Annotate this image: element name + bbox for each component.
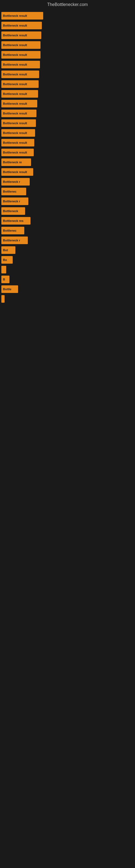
bar-row: Bottleneck result (1, 22, 135, 29)
bar-label-11: Bottleneck result (3, 122, 27, 125)
bar-label-21: Bottleneck res (3, 219, 24, 222)
bar-label-23: Bottleneck r (3, 239, 20, 242)
bar-14: Bottleneck result (1, 149, 34, 156)
bar-25: Bo (1, 256, 13, 264)
bar-28: Bottle (1, 285, 18, 293)
bar-label-20: Bottleneck (3, 209, 18, 213)
bar-label-16: Bottleneck result (3, 170, 27, 174)
bar-7: Bottleneck result (1, 80, 39, 88)
bar-4: Bottleneck result (1, 51, 41, 59)
bar-label-7: Bottleneck result (3, 83, 27, 86)
bar-label-1: Bottleneck result (3, 24, 27, 27)
bar-label-12: Bottleneck result (3, 131, 27, 134)
bar-label-8: Bottleneck result (3, 92, 27, 95)
bar-label-5: Bottleneck result (3, 63, 27, 66)
bar-5: Bottleneck result (1, 61, 40, 68)
bar-row: Bottleneck result (1, 61, 135, 68)
bar-row: Bottleneck result (1, 70, 135, 78)
bar-row: Bottleneck r (1, 178, 135, 186)
bar-label-2: Bottleneck result (3, 34, 27, 37)
bar-22: Bottlenec (1, 227, 24, 235)
bar-1: Bottleneck result (1, 22, 42, 29)
bars-container: Bottleneck resultBottleneck resultBottle… (0, 9, 135, 308)
bar-10: Bottleneck result (1, 110, 37, 117)
bar-row: Bottleneck result (1, 41, 135, 49)
bar-24: Bot (1, 246, 15, 254)
bar-row: Bot (1, 246, 135, 254)
bar-row: Bottlenec (1, 227, 135, 235)
bar-row: B (1, 276, 135, 283)
bar-11: Bottleneck result (1, 119, 36, 127)
bar-label-9: Bottleneck result (3, 102, 27, 105)
bar-18: Bottlenec (1, 188, 26, 195)
bar-label-15: Bottleneck re (3, 161, 22, 164)
bar-label-0: Bottleneck result (3, 14, 27, 18)
bar-row: Bottleneck result (1, 119, 135, 127)
bar-21: Bottleneck res (1, 217, 31, 225)
bar-2: Bottleneck result (1, 31, 41, 39)
bar-row: Bottleneck result (1, 31, 135, 39)
bar-15: Bottleneck re (1, 158, 31, 166)
bar-19: Bottleneck r (1, 197, 28, 205)
bar-26 (1, 266, 6, 273)
bar-row (1, 266, 135, 273)
bar-8: Bottleneck result (1, 90, 38, 98)
bar-row: Bottleneck result (1, 149, 135, 156)
bar-label-27: B (3, 278, 5, 281)
bar-23: Bottleneck r (1, 237, 28, 244)
bar-label-4: Bottleneck result (3, 53, 27, 56)
bar-label-14: Bottleneck result (3, 151, 27, 154)
bar-17: Bottleneck r (1, 178, 30, 186)
bar-label-18: Bottlenec (3, 190, 16, 193)
bar-13: Bottleneck result (1, 139, 34, 147)
bar-16: Bottleneck result (1, 168, 33, 176)
bar-12: Bottleneck result (1, 129, 35, 137)
bar-row: Bo (1, 256, 135, 264)
bar-row: Bottleneck result (1, 90, 135, 98)
bar-row: Bottleneck result (1, 168, 135, 176)
bar-row: Bottle (1, 285, 135, 293)
bar-0: Bottleneck result (1, 12, 43, 20)
bar-row: Bottleneck result (1, 110, 135, 117)
bar-row: Bottleneck r (1, 197, 135, 205)
bar-row: Bottleneck result (1, 80, 135, 88)
bar-label-24: Bot (3, 248, 8, 252)
bar-row: Bottlenec (1, 188, 135, 195)
bar-label-6: Bottleneck result (3, 73, 27, 76)
bar-27: B (1, 276, 9, 283)
bar-row: Bottleneck re (1, 158, 135, 166)
bar-label-10: Bottleneck result (3, 112, 27, 115)
bar-row: Bottleneck result (1, 51, 135, 59)
bar-3: Bottleneck result (1, 41, 41, 49)
bar-row: Bottleneck result (1, 100, 135, 107)
bar-label-17: Bottleneck r (3, 180, 20, 183)
bar-label-3: Bottleneck result (3, 43, 27, 46)
bar-9: Bottleneck result (1, 100, 37, 107)
site-title: TheBottlenecker.com (0, 0, 135, 9)
bar-label-19: Bottleneck r (3, 199, 20, 203)
bar-label-25: Bo (3, 258, 7, 261)
bar-29 (1, 295, 5, 303)
bar-label-22: Bottlenec (3, 229, 16, 232)
bar-row (1, 295, 135, 303)
bar-row: Bottleneck result (1, 139, 135, 147)
bar-label-28: Bottle (3, 287, 11, 291)
bar-row: Bottleneck (1, 207, 135, 215)
bar-20: Bottleneck (1, 207, 25, 215)
bar-row: Bottleneck result (1, 129, 135, 137)
bar-row: Bottleneck res (1, 217, 135, 225)
bar-label-13: Bottleneck result (3, 141, 27, 144)
bar-row: Bottleneck r (1, 237, 135, 244)
bar-row: Bottleneck result (1, 12, 135, 20)
bar-6: Bottleneck result (1, 70, 39, 78)
